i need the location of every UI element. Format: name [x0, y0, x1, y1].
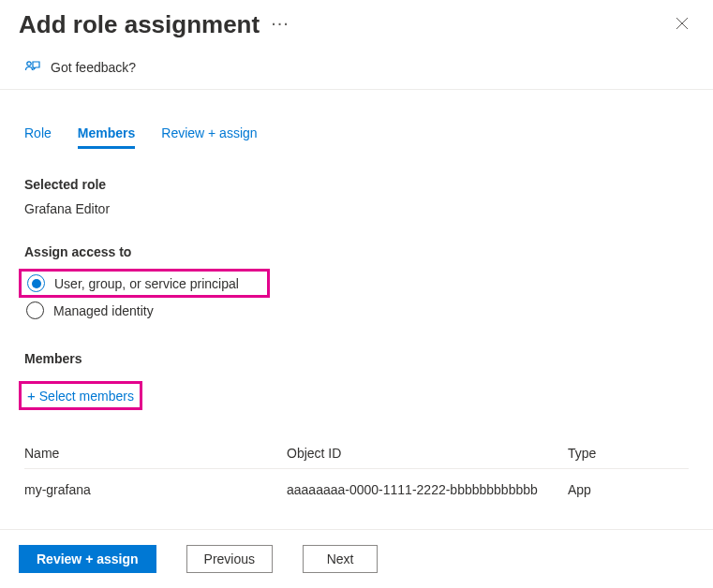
col-header-name: Name [24, 446, 287, 461]
panel-header: Add role assignment ··· [0, 0, 713, 46]
feedback-icon [24, 59, 41, 76]
members-section: Members + Select members Name Object ID … [0, 351, 713, 510]
selected-role-value: Grafana Editor [24, 201, 689, 216]
close-icon[interactable] [670, 9, 694, 40]
feedback-text: Got feedback? [51, 60, 136, 75]
review-assign-button[interactable]: Review + assign [19, 545, 156, 573]
radio-icon [27, 274, 45, 292]
radio-managed-identity[interactable]: Managed identity [24, 298, 689, 323]
next-button[interactable]: Next [303, 545, 378, 573]
radio-icon [26, 301, 44, 319]
feedback-bar[interactable]: Got feedback? [0, 46, 713, 90]
tab-role[interactable]: Role [24, 125, 52, 149]
col-header-type: Type [568, 446, 689, 461]
plus-icon: + [27, 388, 36, 404]
content-scroll: Role Members Review + assign Selected ro… [0, 109, 713, 521]
cell-type: App [568, 482, 689, 497]
radio-label: User, group, or service principal [54, 276, 239, 291]
more-icon[interactable]: ··· [271, 12, 290, 34]
tab-members[interactable]: Members [78, 125, 135, 149]
assign-access-section: Assign access to User, group, or service… [0, 244, 713, 323]
assign-access-radio-group: User, group, or service principal Manage… [24, 269, 689, 323]
assign-access-label: Assign access to [24, 244, 689, 259]
select-members-button[interactable]: + Select members [19, 381, 142, 410]
svg-point-0 [27, 62, 31, 66]
select-members-text: Select members [39, 389, 134, 404]
selected-role-label: Selected role [24, 177, 689, 192]
members-label: Members [24, 351, 689, 366]
col-header-id: Object ID [287, 446, 568, 461]
table-row: my-grafana aaaaaaaa-0000-1111-2222-bbbbb… [24, 469, 689, 510]
radio-label: Managed identity [53, 303, 154, 318]
selected-role-section: Selected role Grafana Editor [0, 177, 713, 216]
members-table: Name Object ID Type my-grafana aaaaaaaa-… [24, 438, 689, 510]
cell-name: my-grafana [24, 482, 287, 497]
previous-button[interactable]: Previous [186, 545, 273, 573]
cell-id: aaaaaaaa-0000-1111-2222-bbbbbbbbbbbb [287, 482, 568, 497]
page-title: Add role assignment [19, 10, 260, 39]
footer-bar: Review + assign Previous Next [0, 529, 713, 588]
table-header: Name Object ID Type [24, 438, 689, 469]
tab-bar: Role Members Review + assign [0, 109, 713, 149]
radio-user-group-principal[interactable]: User, group, or service principal [19, 269, 270, 298]
tab-review-assign[interactable]: Review + assign [161, 125, 257, 149]
